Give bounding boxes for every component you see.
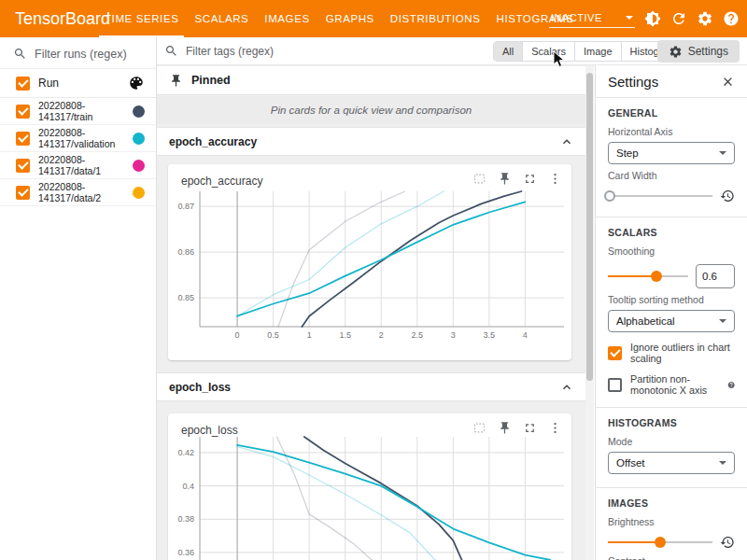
brightness-icon[interactable] bbox=[644, 10, 661, 27]
tab-distributions[interactable]: DISTRIBUTIONS bbox=[383, 0, 488, 37]
svg-text:0.86: 0.86 bbox=[177, 247, 194, 257]
refresh-icon[interactable] bbox=[670, 10, 687, 27]
select-all-runs-checkbox[interactable] bbox=[16, 77, 30, 91]
cards-scroll-area: Pinned Pin cards for a quick view and co… bbox=[157, 65, 585, 560]
chevron-down-icon bbox=[719, 461, 726, 465]
search-icon bbox=[164, 44, 178, 58]
app-header: TensorBoard TIME SERIES SCALARS IMAGES G… bbox=[0, 0, 747, 37]
svg-text:0: 0 bbox=[235, 330, 240, 340]
chevron-down-icon bbox=[719, 151, 726, 155]
scrollbar-thumb[interactable] bbox=[586, 73, 593, 381]
partition-x-axis-row[interactable]: Partition non-monotonic X axis bbox=[608, 373, 735, 396]
svg-text:2.5: 2.5 bbox=[412, 330, 424, 340]
run-checkbox[interactable] bbox=[16, 105, 30, 119]
run-row-data-1[interactable]: 20220808-141317/data/1 bbox=[0, 152, 156, 179]
tooltip-sorting-select[interactable]: Alphabetical bbox=[608, 310, 735, 332]
tab-images[interactable]: IMAGES bbox=[257, 0, 317, 37]
chevron-down-icon bbox=[719, 319, 726, 323]
settings-group-general: GENERAL Horizontal Axis Step Card Width bbox=[596, 98, 747, 217]
epoch-loss-chart[interactable]: 0.420.40.380.36 bbox=[172, 430, 570, 560]
fit-domain-icon[interactable] bbox=[472, 172, 486, 186]
fullscreen-icon[interactable] bbox=[523, 172, 537, 186]
pinned-empty-message: Pin cards for a quick view and compariso… bbox=[157, 96, 585, 124]
smoothing-slider[interactable] bbox=[608, 270, 688, 283]
pinned-section-header[interactable]: Pinned bbox=[157, 66, 585, 95]
filter-all-button[interactable]: All bbox=[494, 42, 523, 61]
slider-handle[interactable] bbox=[651, 271, 662, 282]
run-color-dot[interactable] bbox=[133, 133, 145, 145]
svg-text:0.85: 0.85 bbox=[177, 293, 194, 302]
smoothing-value-input[interactable] bbox=[696, 264, 735, 288]
partition-x-axis-checkbox[interactable] bbox=[608, 378, 622, 392]
settings-group-scalars: SCALARS Smoothing Tooltip sorting method… bbox=[596, 217, 747, 407]
run-color-dot[interactable] bbox=[133, 187, 145, 199]
close-icon[interactable] bbox=[721, 75, 735, 89]
pin-card-icon[interactable] bbox=[498, 172, 512, 186]
run-row-data-2[interactable]: 20220808-141317/data/2 bbox=[0, 179, 156, 206]
palette-icon[interactable] bbox=[128, 75, 145, 91]
settings-group-histograms: HISTOGRAMS Mode Offset bbox=[596, 408, 747, 487]
gear-icon bbox=[669, 45, 683, 59]
tensorboard-app: TensorBoard TIME SERIES SCALARS IMAGES G… bbox=[0, 0, 747, 560]
svg-text:0.38: 0.38 bbox=[177, 514, 194, 524]
filter-runs-input[interactable] bbox=[35, 48, 145, 61]
main-nav: TIME SERIES SCALARS IMAGES GRAPHS DISTRI… bbox=[97, 0, 583, 37]
horizontal-axis-select[interactable]: Step bbox=[608, 142, 735, 164]
tags-toolbar: All Scalars Image Histogram Settings bbox=[157, 37, 747, 65]
vertical-scrollbar[interactable] bbox=[585, 65, 594, 560]
settings-panel-title: Settings bbox=[608, 74, 658, 90]
tab-time-series[interactable]: TIME SERIES bbox=[97, 0, 186, 37]
slider-handle[interactable] bbox=[604, 190, 615, 202]
settings-button[interactable]: Settings bbox=[657, 40, 740, 63]
run-checkbox[interactable] bbox=[16, 159, 30, 173]
histogram-mode-select[interactable]: Offset bbox=[608, 452, 735, 474]
help-icon[interactable] bbox=[727, 379, 735, 391]
slider-handle[interactable] bbox=[655, 537, 666, 548]
tab-scalars[interactable]: SCALARS bbox=[187, 0, 256, 37]
svg-text:3.5: 3.5 bbox=[484, 330, 496, 340]
svg-text:4: 4 bbox=[523, 330, 528, 340]
run-row-validation[interactable]: 20220808-141317/validation bbox=[0, 125, 156, 152]
tab-graphs[interactable]: GRAPHS bbox=[318, 0, 382, 37]
app-title: TensorBoard bbox=[0, 0, 97, 37]
run-column-label: Run bbox=[38, 77, 128, 90]
pin-icon bbox=[169, 74, 183, 88]
run-checkbox[interactable] bbox=[16, 132, 30, 146]
brightness-slider[interactable] bbox=[608, 536, 712, 549]
chevron-up-icon[interactable] bbox=[559, 134, 574, 149]
search-icon bbox=[13, 47, 27, 61]
ignore-outliers-checkbox[interactable] bbox=[608, 346, 622, 360]
run-row-train[interactable]: 20220808-141317/train bbox=[0, 98, 156, 125]
run-checkbox[interactable] bbox=[16, 186, 30, 200]
filter-scalars-button[interactable]: Scalars bbox=[523, 42, 575, 61]
help-icon[interactable] bbox=[723, 10, 740, 27]
svg-text:0.5: 0.5 bbox=[267, 330, 279, 340]
reset-icon[interactable] bbox=[720, 189, 735, 203]
section-header-epoch-accuracy[interactable]: epoch_accuracy bbox=[157, 127, 585, 156]
chevron-up-icon[interactable] bbox=[559, 380, 574, 395]
epoch-loss-card: epoch_loss 0.420.40.380.36 bbox=[168, 413, 571, 560]
reset-icon[interactable] bbox=[720, 535, 735, 550]
more-options-icon[interactable] bbox=[548, 172, 562, 186]
filter-tags-input[interactable] bbox=[186, 45, 466, 58]
settings-panel: Settings GENERAL Horizontal Axis Step Ca… bbox=[595, 65, 747, 560]
run-color-dot[interactable] bbox=[133, 160, 145, 172]
epoch-accuracy-chart[interactable]: 0.850.860.8700.511.522.533.54 bbox=[172, 185, 570, 342]
filter-image-button[interactable]: Image bbox=[575, 42, 622, 61]
svg-text:0.4: 0.4 bbox=[182, 482, 194, 491]
chevron-down-icon bbox=[626, 16, 633, 20]
runs-sidebar: Run 20220808-141317/train 20220808-14131… bbox=[0, 37, 157, 560]
header-actions: INACTIVE bbox=[549, 0, 740, 37]
svg-text:1: 1 bbox=[307, 330, 312, 340]
svg-text:0.87: 0.87 bbox=[177, 202, 194, 211]
card-width-slider[interactable] bbox=[608, 189, 712, 203]
ignore-outliers-row[interactable]: Ignore outliers in chart scaling bbox=[608, 342, 735, 364]
epoch-accuracy-card: epoch_accuracy 0.850.860.8700.511.522.53… bbox=[168, 164, 571, 360]
gear-icon[interactable] bbox=[697, 10, 713, 27]
run-list-header: Run bbox=[0, 69, 156, 97]
reload-status-select[interactable]: INACTIVE bbox=[549, 10, 635, 28]
settings-group-images: IMAGES Brightness Contrast Show actual i… bbox=[596, 488, 747, 560]
section-header-epoch-loss[interactable]: epoch_loss bbox=[157, 372, 585, 401]
svg-text:2: 2 bbox=[379, 330, 384, 340]
run-color-dot[interactable] bbox=[133, 105, 145, 118]
